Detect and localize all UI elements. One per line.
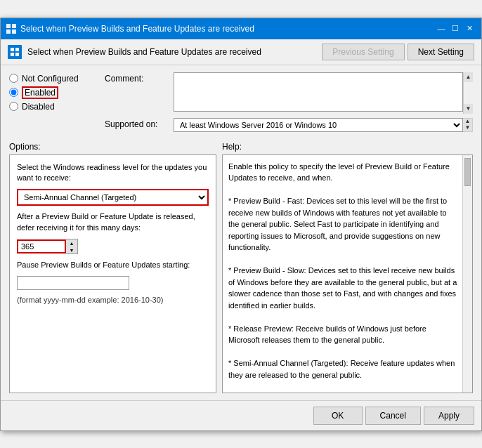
svg-rect-4 [8, 46, 21, 58]
svg-rect-8 [15, 53, 19, 56]
enabled-label[interactable]: Enabled [22, 86, 58, 99]
minimize-button[interactable]: — [435, 22, 448, 35]
supported-scrollbar: ▲ ▼ [463, 118, 473, 132]
radio-group: Not Configured Enabled Disabled [9, 72, 93, 136]
title-controls: — ☐ ✕ [435, 22, 476, 35]
title-bar: Select when Preview Builds and Feature U… [1, 18, 481, 39]
nav-buttons: Previous Setting Next Setting [322, 44, 474, 60]
defer-description: After a Preview Build or Feature Update … [17, 211, 209, 233]
disabled-label[interactable]: Disabled [22, 102, 55, 112]
header-title: Select when Preview Builds and Feature U… [27, 47, 316, 57]
comment-scroll-down[interactable]: ▼ [464, 104, 473, 114]
supported-label: Supported on: [105, 118, 168, 129]
title-bar-left: Select when Preview Builds and Feature U… [6, 24, 254, 34]
main-window: Select when Preview Builds and Feature U… [0, 18, 482, 431]
format-note: (format yyyy-mm-dd example: 2016-10-30) [17, 296, 209, 304]
content-area: Not Configured Enabled Disabled Comment: [1, 65, 481, 400]
help-panel: Enable this policy to specify the level … [222, 154, 473, 393]
supported-select[interactable]: At least Windows Server 2016 or Windows … [174, 118, 463, 132]
svg-rect-1 [12, 24, 16, 28]
supported-wrap: At least Windows Server 2016 or Windows … [174, 118, 473, 132]
defer-days-input[interactable] [17, 239, 66, 253]
cancel-button[interactable]: Cancel [365, 407, 421, 425]
defer-decrement-button[interactable]: ▼ [66, 246, 77, 253]
channel-dropdown[interactable]: Semi-Annual Channel (Targeted) Semi-Annu… [17, 189, 209, 206]
defer-days-wrap: ▲ ▼ [17, 239, 209, 254]
comment-scroll-up[interactable]: ▲ [464, 72, 473, 82]
svg-rect-7 [11, 53, 14, 56]
supported-scroll-down[interactable]: ▼ [463, 125, 472, 131]
section-headers: Options: Help: [9, 142, 473, 152]
help-header: Help: [222, 142, 242, 152]
svg-rect-6 [15, 48, 19, 51]
pause-date-input[interactable] [17, 276, 129, 290]
previous-setting-button[interactable]: Previous Setting [322, 44, 404, 60]
policy-icon [8, 45, 22, 59]
defer-increment-button[interactable]: ▲ [66, 239, 77, 246]
enabled-item: Enabled [9, 86, 93, 99]
comment-label: Comment: [105, 72, 168, 84]
apply-button[interactable]: Apply [424, 407, 474, 425]
next-setting-button[interactable]: Next Setting [408, 44, 474, 60]
window-title: Select when Preview Builds and Feature U… [20, 24, 254, 34]
right-fields: Comment: ▲ ▼ Supported on: At least [105, 72, 473, 136]
svg-rect-2 [6, 29, 11, 34]
svg-rect-0 [6, 24, 11, 28]
options-header: Options: [9, 142, 216, 152]
bottom-bar: OK Cancel Apply [1, 400, 481, 430]
not-configured-item: Not Configured [9, 74, 93, 84]
pause-description: Pause Preview Builds or Feature Updates … [17, 260, 209, 270]
close-button[interactable]: ✕ [463, 22, 476, 35]
top-section: Not Configured Enabled Disabled Comment: [9, 72, 473, 136]
comment-textarea[interactable] [174, 72, 463, 112]
window-icon [6, 24, 16, 34]
help-scrollbar[interactable] [462, 155, 472, 393]
maximize-button[interactable]: ☐ [449, 22, 462, 35]
comment-row: Comment: ▲ ▼ [105, 72, 473, 114]
enabled-radio[interactable] [9, 88, 18, 97]
not-configured-label[interactable]: Not Configured [22, 74, 79, 84]
options-description: Select the Windows readiness level for t… [17, 162, 209, 184]
ok-button[interactable]: OK [313, 407, 363, 425]
not-configured-radio[interactable] [9, 74, 18, 83]
help-scrollbar-thumb[interactable] [464, 158, 471, 186]
svg-rect-3 [12, 29, 16, 34]
comment-scrollbar: ▲ ▼ [463, 72, 473, 114]
help-text: Enable this policy to specify the level … [228, 162, 459, 393]
disabled-radio[interactable] [9, 102, 18, 111]
svg-rect-5 [11, 48, 14, 51]
options-panel: Select the Windows readiness level for t… [9, 154, 216, 393]
supported-row: Supported on: At least Windows Server 20… [105, 118, 473, 132]
comment-box-wrap: ▲ ▼ [174, 72, 473, 114]
panels: Select the Windows readiness level for t… [9, 154, 473, 393]
defer-spinner: ▲ ▼ [66, 239, 78, 254]
header-icon [8, 45, 22, 59]
header-bar: Select when Preview Builds and Feature U… [1, 39, 481, 65]
disabled-item: Disabled [9, 102, 93, 112]
